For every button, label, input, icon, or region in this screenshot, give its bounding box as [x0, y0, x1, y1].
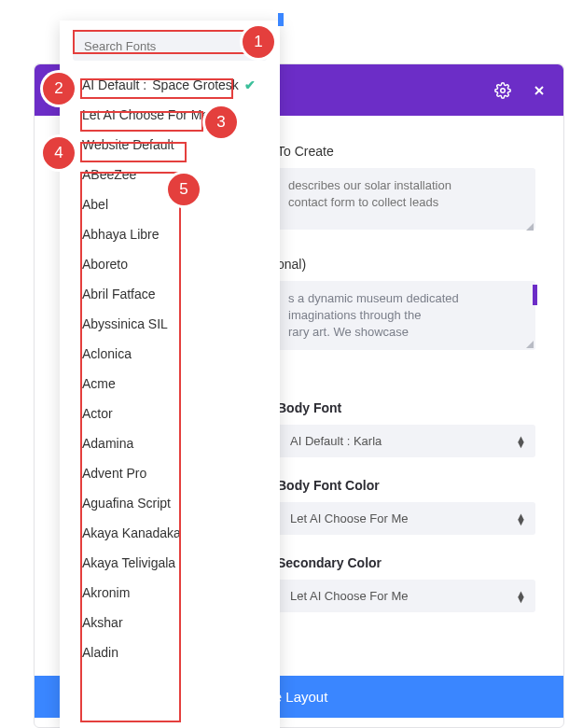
- optional-textarea-wrap: s a dynamic museum dedicated imagination…: [277, 281, 535, 350]
- ai-default-font: Space Grotesk: [152, 77, 239, 92]
- font-item[interactable]: Akronim: [82, 578, 280, 608]
- font-item[interactable]: Acme: [82, 369, 280, 399]
- font-item[interactable]: Aladin: [82, 637, 280, 667]
- secondary-color-value: Let AI Choose For Me: [290, 589, 408, 603]
- font-item-label: Abril Fatface: [82, 287, 156, 301]
- create-label: To Create: [277, 144, 535, 159]
- website-default-label: Website Default: [82, 137, 174, 152]
- font-item-label: Abhaya Libre: [82, 227, 160, 242]
- optional-label: onal): [277, 257, 535, 272]
- let-ai-choose-label: Let AI Choose For Me: [82, 107, 209, 122]
- font-list: AI Default : Space Grotesk ✔ Let AI Choo…: [60, 70, 280, 667]
- secondary-color-label: Secondary Color: [277, 555, 535, 570]
- search-input[interactable]: [73, 32, 267, 61]
- font-item-label: Akaya Telivigala: [82, 555, 175, 570]
- font-item[interactable]: Aboreto: [82, 249, 280, 279]
- font-item-label: Aladin: [82, 645, 118, 660]
- body-font-color-select[interactable]: Let AI Choose For Me ▲▼: [277, 502, 535, 535]
- top-blue-tick: [278, 13, 284, 26]
- gear-icon[interactable]: [494, 82, 511, 99]
- body-font-label: Body Font: [277, 400, 535, 415]
- font-item-label: Aboreto: [82, 257, 128, 272]
- ai-default-prefix: AI Default :: [82, 77, 146, 92]
- body-font-color-label: Body Font Color: [277, 478, 535, 493]
- svg-point-0: [501, 88, 506, 92]
- font-item[interactable]: Advent Pro: [82, 458, 280, 488]
- font-item[interactable]: Akaya Telivigala: [82, 548, 280, 578]
- annotation-badge-3: 3: [205, 106, 237, 138]
- scrollbar-thumb[interactable]: [533, 285, 537, 305]
- font-item[interactable]: Abril Fatface: [82, 279, 280, 309]
- font-item-label: Acme: [82, 376, 116, 391]
- font-item-let-ai-choose[interactable]: Let AI Choose For Me: [82, 100, 280, 130]
- font-item[interactable]: Aclonica: [82, 339, 280, 369]
- annotation-badge-4: 4: [43, 137, 75, 169]
- font-item-label: Advent Pro: [82, 466, 146, 481]
- font-item[interactable]: Actor: [82, 399, 280, 428]
- annotation-badge-2: 2: [43, 73, 75, 105]
- body-font-select[interactable]: AI Default : Karla ▲▼: [277, 425, 535, 457]
- updown-icon: ▲▼: [516, 513, 526, 525]
- annotation-badge-5: 5: [168, 174, 200, 205]
- font-item-website-default[interactable]: Website Default: [82, 130, 280, 160]
- font-item[interactable]: Aguafina Script: [82, 488, 280, 518]
- resize-handle-icon[interactable]: [526, 223, 534, 231]
- check-icon: ✔: [244, 77, 256, 92]
- font-item-label: Akshar: [82, 615, 123, 630]
- create-textarea-wrap: [277, 168, 535, 232]
- optional-textarea[interactable]: s a dynamic museum dedicated imagination…: [277, 281, 535, 350]
- font-item-label: Adamina: [82, 436, 133, 451]
- resize-handle-icon[interactable]: [526, 341, 534, 348]
- close-icon[interactable]: [532, 83, 547, 98]
- font-item-label: Aguafina Script: [82, 496, 171, 511]
- updown-icon: ▲▼: [516, 591, 526, 602]
- create-textarea[interactable]: [277, 168, 535, 230]
- font-picker-popup: AI Default : Space Grotesk ✔ Let AI Choo…: [60, 21, 280, 728]
- updown-icon: ▲▼: [516, 436, 526, 447]
- font-item[interactable]: Akaya Kanadaka: [82, 518, 280, 548]
- font-item-label: Actor: [82, 406, 113, 421]
- font-item-ai-default[interactable]: AI Default : Space Grotesk ✔: [82, 70, 280, 100]
- annotation-badge-1: 1: [243, 26, 274, 58]
- body-font-color-value: Let AI Choose For Me: [290, 511, 408, 525]
- font-item[interactable]: Abhaya Libre: [82, 219, 280, 249]
- font-item[interactable]: Abyssinica SIL: [82, 309, 280, 339]
- font-item-label: Akronim: [82, 585, 130, 600]
- font-item-label: Abel: [82, 197, 108, 212]
- font-item-label: Akaya Kanadaka: [82, 525, 181, 540]
- font-item-label: Aclonica: [82, 346, 132, 361]
- font-item[interactable]: Akshar: [82, 608, 280, 637]
- body-font-value: AI Default : Karla: [290, 434, 382, 448]
- font-item-label: Abyssinica SIL: [82, 316, 168, 331]
- font-item-label: ABeeZee: [82, 167, 136, 182]
- secondary-color-select[interactable]: Let AI Choose For Me ▲▼: [277, 580, 535, 612]
- font-item[interactable]: Adamina: [82, 428, 280, 458]
